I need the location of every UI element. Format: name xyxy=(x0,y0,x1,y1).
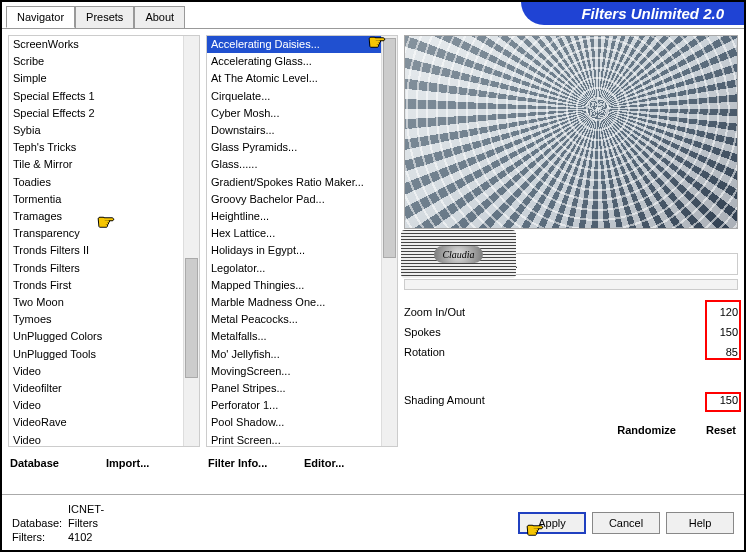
list-item[interactable]: Two Moon xyxy=(9,294,183,311)
editor-button[interactable]: Editor... xyxy=(302,453,398,473)
list-item[interactable]: Tramages xyxy=(9,208,183,225)
list-item[interactable]: Mo' Jellyfish... xyxy=(207,346,381,363)
list-item[interactable]: Special Effects 1 xyxy=(9,88,183,105)
param-value: 150 xyxy=(706,326,738,338)
list-item[interactable]: Videofilter xyxy=(9,380,183,397)
header: Navigator Presets About Filters Unlimite… xyxy=(2,2,744,28)
tab-navigator[interactable]: Navigator xyxy=(6,6,75,28)
list-item[interactable]: ScreenWorks xyxy=(9,36,183,53)
list-item[interactable]: Video xyxy=(9,432,183,446)
footer: Database:ICNET-Filters Filters:4102 Appl… xyxy=(2,494,744,550)
list-item[interactable]: Glass Pyramids... xyxy=(207,139,381,156)
list-item[interactable]: Metalfalls... xyxy=(207,328,381,345)
param-value: 85 xyxy=(706,346,738,358)
tab-about[interactable]: About xyxy=(134,6,185,28)
category-list[interactable]: ScreenWorksScribeSimpleSpecial Effects 1… xyxy=(8,35,200,447)
list-item[interactable]: Cyber Mosh... xyxy=(207,105,381,122)
filter-list[interactable]: Accelerating Daisies...Accelerating Glas… xyxy=(206,35,398,447)
param-value: 150 xyxy=(706,394,738,406)
param-row[interactable]: Zoom In/Out120 xyxy=(404,302,738,322)
list-item[interactable]: Holidays in Egypt... xyxy=(207,242,381,259)
list-item[interactable]: Glass...... xyxy=(207,156,381,173)
list-item[interactable]: Tormentia xyxy=(9,191,183,208)
list-item[interactable]: Panel Stripes... xyxy=(207,380,381,397)
watermark: Claudia xyxy=(401,230,516,278)
scrollbar[interactable] xyxy=(381,36,397,446)
param-buttons: Randomize Reset xyxy=(404,414,738,440)
list-item[interactable]: UnPlugged Colors xyxy=(9,328,183,345)
parameter-panel: Zoom In/Out120Spokes150Rotation85 Shadin… xyxy=(404,302,738,410)
tab-presets[interactable]: Presets xyxy=(75,6,134,28)
list-item[interactable]: Heightline... xyxy=(207,208,381,225)
param-shading[interactable]: Shading Amount 150 xyxy=(404,390,738,410)
param-label: Rotation xyxy=(404,346,706,358)
list-item[interactable]: Mapped Thingies... xyxy=(207,277,381,294)
list-item[interactable]: Simple xyxy=(9,70,183,87)
list-item[interactable]: Teph's Tricks xyxy=(9,139,183,156)
param-value: 120 xyxy=(706,306,738,318)
progress-bar xyxy=(404,279,738,290)
list-item[interactable]: Tymoes xyxy=(9,311,183,328)
list-item[interactable]: Scribe xyxy=(9,53,183,70)
list-item[interactable]: Marble Madness One... xyxy=(207,294,381,311)
filter-info-button[interactable]: Filter Info... xyxy=(206,453,302,473)
help-button[interactable]: Help xyxy=(666,512,734,534)
list-item[interactable]: Hex Lattice... xyxy=(207,225,381,242)
list-item[interactable]: Tronds Filters xyxy=(9,260,183,277)
footer-info: Database:ICNET-Filters Filters:4102 xyxy=(12,502,124,544)
list-item[interactable]: MovingScreen... xyxy=(207,363,381,380)
preview-image xyxy=(404,35,738,229)
list-item[interactable]: Gradient/Spokes Ratio Maker... xyxy=(207,174,381,191)
list-item[interactable]: Legolator... xyxy=(207,260,381,277)
list-item[interactable]: Print Screen... xyxy=(207,432,381,446)
list-item[interactable]: Transparency xyxy=(9,225,183,242)
cancel-button[interactable]: Cancel xyxy=(592,512,660,534)
list-item[interactable]: Downstairs... xyxy=(207,122,381,139)
apply-button[interactable]: Apply xyxy=(518,512,586,534)
reset-button[interactable]: Reset xyxy=(678,420,738,440)
list-item[interactable]: Perforator 1... xyxy=(207,397,381,414)
list-item[interactable]: At The Atomic Level... xyxy=(207,70,381,87)
import-button[interactable]: Import... xyxy=(104,453,200,473)
list-item[interactable]: Accelerating Daisies... xyxy=(207,36,381,53)
list-item[interactable]: VideoRave xyxy=(9,414,183,431)
param-label: Spokes xyxy=(404,326,706,338)
list-item[interactable]: Accelerating Glass... xyxy=(207,53,381,70)
tab-bar: Navigator Presets About xyxy=(6,6,185,28)
database-button[interactable]: Database xyxy=(8,453,104,473)
scrollbar[interactable] xyxy=(183,36,199,446)
randomize-button[interactable]: Randomize xyxy=(541,420,678,440)
list-item[interactable]: Tile & Mirror xyxy=(9,156,183,173)
list-item[interactable]: Pool Shadow... xyxy=(207,414,381,431)
list-item[interactable]: Groovy Bachelor Pad... xyxy=(207,191,381,208)
category-buttons: Database Import... xyxy=(8,447,200,473)
list-item[interactable]: Special Effects 2 xyxy=(9,105,183,122)
list-item[interactable]: Metal Peacocks... xyxy=(207,311,381,328)
list-item[interactable]: Sybia xyxy=(9,122,183,139)
app-title: Filters Unlimited 2.0 xyxy=(521,2,744,25)
param-label: Shading Amount xyxy=(404,394,706,406)
list-item[interactable]: UnPlugged Tools xyxy=(9,346,183,363)
filter-buttons: Filter Info... Editor... xyxy=(206,447,398,473)
main-panel: ScreenWorksScribeSimpleSpecial Effects 1… xyxy=(2,28,744,473)
param-label: Zoom In/Out xyxy=(404,306,706,318)
list-item[interactable]: Tronds Filters II xyxy=(9,242,183,259)
list-item[interactable]: Toadies xyxy=(9,174,183,191)
param-row[interactable]: Spokes150 xyxy=(404,322,738,342)
param-row[interactable]: Rotation85 xyxy=(404,342,738,362)
list-item[interactable]: Video xyxy=(9,363,183,380)
list-item[interactable]: Video xyxy=(9,397,183,414)
list-item[interactable]: Tronds First xyxy=(9,277,183,294)
list-item[interactable]: Cirquelate... xyxy=(207,88,381,105)
